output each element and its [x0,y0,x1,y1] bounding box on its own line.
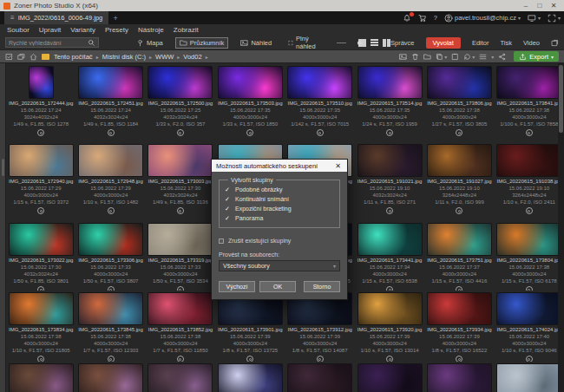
photo-thumbnail[interactable] [148,145,212,176]
menu-item-upravit[interactable]: Upravit [39,26,61,34]
dialog-button-ok[interactable]: OK [259,281,296,292]
notifications-button[interactable] [399,11,415,24]
thumbnail-cell[interactable]: IMG_20220615_173804.jpg15.06.2022 17:384… [495,221,564,291]
thumbnail-cell[interactable]: IMG_20220615_172444.jpg15.06.2022 17:243… [6,64,75,142]
new-folder-action[interactable] [423,53,431,61]
cancel-groups-checkbox[interactable]: Zrušit existující skupiny [219,236,340,245]
thumbnail-cell[interactable]: IMG_20220615_181126.jpg [495,362,564,392]
maximize-button[interactable]: □ [533,0,547,11]
photo-thumbnail[interactable] [288,364,351,392]
thumbnail-cell[interactable]: IMG_20220615_173022.jpg15.06.2022 17:304… [6,221,75,291]
camera-info-badge-icon[interactable] [246,356,253,362]
active-image-tab[interactable]: ≡ IMG_2022/0616_0006-49.jpg [4,11,108,24]
breadcrumb-item[interactable]: Místní disk (C:) [102,53,146,61]
thumbnail-cell[interactable]: IMG_20220615_172948.jpg15.06.2022 17:294… [75,142,145,221]
breadcrumb-item[interactable]: Tento počítač [54,53,93,61]
apply-to-select[interactable]: Všechny soubory ▾ [219,260,340,271]
dialog-button-storno[interactable]: Storno [304,281,340,292]
thumbnail-cell[interactable]: IMG_20220615_173003.jpg15.06.2022 17:304… [146,142,215,221]
camera-info-badge-icon[interactable] [177,356,184,362]
menu-item-presety[interactable]: Presety [105,26,128,34]
view-button-folder[interactable]: Průzkumník [175,37,229,49]
photo-thumbnail[interactable] [79,293,142,324]
dialog-close-button[interactable]: ✕ [333,162,343,170]
breadcrumb-item[interactable]: WWW [155,53,174,61]
camera-info-badge-icon[interactable] [108,356,115,362]
help-button[interactable]: ? [430,11,441,24]
view-button-frame[interactable]: Plný náhled [284,33,323,52]
photo-thumbnail[interactable] [428,67,491,98]
photo-thumbnail[interactable] [358,145,422,176]
group-checkbox[interactable]: ✓Podobné obrázky [225,185,334,194]
camera-info-badge-icon[interactable] [526,129,533,136]
camera-info-badge-icon[interactable] [37,129,44,136]
home-icon[interactable] [30,53,37,61]
thumbnail-cell[interactable]: IMG_20220615_174024.jpg15.06.2022 17:404… [495,291,564,362]
camera-info-badge-icon[interactable] [246,129,253,136]
columns-layout-icon[interactable] [383,39,390,47]
camera-info-badge-icon[interactable] [108,207,115,214]
photo-thumbnail[interactable] [428,224,491,255]
thumbnail-cell[interactable]: IMG_20220615_173751.jpg15.06.2022 17:374… [424,221,494,291]
thumbnail-cell[interactable]: IMG_20220615_173841.jpg15.06.2022 17:384… [495,64,564,142]
thumbnail-cell[interactable]: IMG_20220615_191027.jpg15.06.2022 19:103… [424,142,494,221]
new-tab-button[interactable]: + [108,11,122,24]
photo-thumbnail[interactable] [148,67,212,98]
photo-thumbnail[interactable] [79,224,142,255]
copy-action[interactable]: ▾ [436,53,447,61]
close-button[interactable]: ✕ [547,0,561,11]
display-menu[interactable]: ▾ [524,11,544,24]
export-button[interactable]: Export ▾ [514,51,559,62]
account-menu[interactable]: pavel.trousil@chip.cz ▾ [441,11,524,24]
photo-thumbnail[interactable] [428,145,491,176]
rows-layout-icon[interactable] [371,39,378,47]
left-panel-splitter[interactable] [0,63,6,392]
thumbnail-cell[interactable]: IMG_20220615_170118.jpg [75,362,145,392]
camera-info-badge-icon[interactable] [317,356,324,362]
camera-info-badge-icon[interactable] [386,207,393,214]
group-checkbox[interactable]: ✓Kontinuální snímání [225,194,334,204]
photo-thumbnail[interactable] [428,293,491,324]
thumbnail-cell[interactable]: IMG_20220615_173834.jpg15.06.2022 17:384… [6,291,75,362]
stack-icon[interactable] [17,53,25,61]
group-checkbox[interactable]: ✓Expoziční bracketing [225,204,334,213]
module-tab-editor[interactable]: Editor [472,39,489,47]
move-action[interactable] [451,53,459,61]
photo-thumbnail[interactable] [79,67,142,98]
photo-thumbnail[interactable] [10,293,73,324]
thumbnail-cell[interactable]: IMG_20220615_172940.jpg15.06.2022 17:294… [6,142,75,221]
thumbnail-cell[interactable]: IMG_20220615_173912.jpg15.06.2022 17:394… [285,291,355,362]
camera-info-badge-icon[interactable] [177,207,184,214]
view-button-image[interactable]: Náhled [236,37,276,49]
rotate-action[interactable]: ▾ [463,53,475,61]
group-checkbox[interactable]: ✓Panorama [225,213,334,223]
hamburger-icon[interactable]: ≡ [10,14,15,22]
thumbnail-cell[interactable]: IMG_20220615_173306.jpg15.06.2022 17:334… [75,221,145,291]
delete-action[interactable] [411,53,419,61]
photo-thumbnail[interactable] [30,67,53,98]
module-tab-správce[interactable]: Správce [390,39,415,47]
thumbnail-cell[interactable]: IMG_20220615_173806.jpg15.06.2022 17:384… [424,64,494,142]
photo-thumbnail[interactable] [219,364,282,392]
photo-thumbnail[interactable] [288,67,351,98]
camera-info-badge-icon[interactable] [526,356,533,362]
photo-thumbnail[interactable] [10,364,73,392]
vertical-scrollbar[interactable] [558,63,564,392]
photo-thumbnail[interactable] [148,364,212,392]
thumbnail-cell[interactable]: IMG_20220615_173920.jpg15.06.2022 17:394… [355,291,424,362]
thumbnail-cell[interactable]: IMG_20220615_173934.jpg15.06.2022 17:394… [424,291,494,362]
breadcrumb-item[interactable]: Vod02 [183,53,201,61]
camera-info-badge-icon[interactable] [108,129,115,136]
thumbnail-cell[interactable]: IMG_20220615_172500.jpg15.06.2022 17:254… [146,64,215,142]
thumbnail-cell[interactable]: IMG_20220615_170215.jpg [424,362,494,392]
camera-info-badge-icon[interactable] [456,356,462,362]
store-button[interactable] [415,11,430,24]
more-actions-chevron[interactable]: ▾ [491,54,494,60]
module-tab-vyvolat[interactable]: Vyvolat [426,37,461,49]
camera-info-badge-icon[interactable] [386,129,393,136]
photo-thumbnail[interactable] [497,364,561,392]
view-button-pin[interactable]: Mapa [132,37,167,49]
slider-knob[interactable] [357,41,362,45]
share-action[interactable] [498,53,506,61]
photo-thumbnail[interactable] [358,364,422,392]
